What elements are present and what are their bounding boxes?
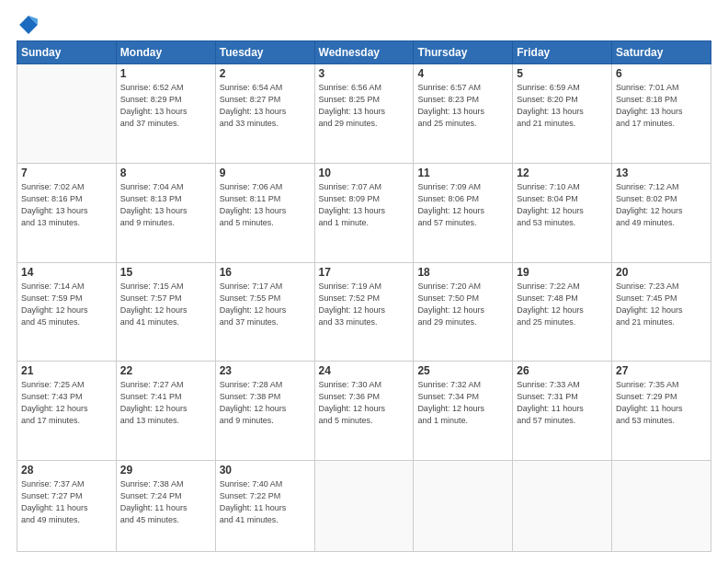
- calendar-cell: [513, 461, 612, 552]
- day-info: Sunrise: 7:22 AMSunset: 7:48 PMDaylight:…: [517, 281, 608, 328]
- day-info: Sunrise: 7:09 AMSunset: 8:06 PMDaylight:…: [417, 181, 508, 229]
- day-info: Sunrise: 7:02 AMSunset: 8:16 PMDaylight:…: [21, 181, 112, 229]
- day-number: 24: [319, 364, 410, 377]
- calendar-cell: 4Sunrise: 6:57 AMSunset: 8:23 PMDaylight…: [414, 64, 513, 164]
- calendar-week-4: 21Sunrise: 7:25 AMSunset: 7:43 PMDayligh…: [17, 362, 711, 461]
- calendar-cell: 29Sunrise: 7:38 AMSunset: 7:24 PMDayligh…: [116, 461, 215, 552]
- calendar-cell: 21Sunrise: 7:25 AMSunset: 7:43 PMDayligh…: [17, 362, 117, 461]
- day-number: 26: [517, 364, 608, 377]
- logo: [17, 15, 39, 35]
- day-info: Sunrise: 6:56 AMSunset: 8:25 PMDaylight:…: [319, 82, 410, 130]
- day-number: 29: [120, 464, 211, 477]
- calendar-cell: 5Sunrise: 6:59 AMSunset: 8:20 PMDaylight…: [513, 64, 612, 164]
- calendar-cell: 8Sunrise: 7:04 AMSunset: 8:13 PMDaylight…: [116, 163, 215, 262]
- day-number: 23: [220, 364, 311, 377]
- day-number: 7: [21, 167, 112, 179]
- calendar-cell: 28Sunrise: 7:37 AMSunset: 7:27 PMDayligh…: [17, 461, 117, 552]
- calendar-cell: 1Sunrise: 6:52 AMSunset: 8:29 PMDaylight…: [116, 64, 215, 164]
- calendar-week-3: 14Sunrise: 7:14 AMSunset: 7:59 PMDayligh…: [17, 262, 711, 362]
- day-number: 18: [417, 266, 508, 279]
- calendar-cell: 12Sunrise: 7:10 AMSunset: 8:04 PMDayligh…: [513, 163, 612, 262]
- calendar-table: SundayMondayTuesdayWednesdayThursdayFrid…: [17, 40, 711, 552]
- day-info: Sunrise: 7:04 AMSunset: 8:13 PMDaylight:…: [120, 181, 211, 229]
- calendar-cell: 11Sunrise: 7:09 AMSunset: 8:06 PMDayligh…: [414, 163, 513, 262]
- page-header: [17, 15, 711, 35]
- day-number: 2: [220, 67, 311, 80]
- calendar-col-monday: Monday: [116, 41, 215, 64]
- day-number: 11: [417, 167, 508, 179]
- day-number: 19: [517, 266, 608, 279]
- day-info: Sunrise: 7:40 AMSunset: 7:22 PMDaylight:…: [220, 478, 311, 526]
- day-info: Sunrise: 7:30 AMSunset: 7:36 PMDaylight:…: [319, 379, 410, 427]
- calendar-cell: 2Sunrise: 6:54 AMSunset: 8:27 PMDaylight…: [215, 64, 314, 164]
- logo-icon: [18, 15, 39, 35]
- day-number: 10: [319, 167, 410, 179]
- calendar-cell: 30Sunrise: 7:40 AMSunset: 7:22 PMDayligh…: [215, 461, 314, 552]
- calendar-cell: 6Sunrise: 7:01 AMSunset: 8:18 PMDaylight…: [612, 64, 711, 164]
- day-number: 28: [21, 464, 112, 477]
- day-info: Sunrise: 7:14 AMSunset: 7:59 PMDaylight:…: [21, 281, 112, 328]
- day-info: Sunrise: 7:25 AMSunset: 7:43 PMDaylight:…: [21, 379, 112, 427]
- day-info: Sunrise: 6:59 AMSunset: 8:20 PMDaylight:…: [517, 82, 608, 130]
- calendar-cell: 16Sunrise: 7:17 AMSunset: 7:55 PMDayligh…: [215, 262, 314, 362]
- calendar-cell: 14Sunrise: 7:14 AMSunset: 7:59 PMDayligh…: [17, 262, 117, 362]
- calendar-cell: 13Sunrise: 7:12 AMSunset: 8:02 PMDayligh…: [612, 163, 711, 262]
- day-info: Sunrise: 7:19 AMSunset: 7:52 PMDaylight:…: [319, 281, 410, 328]
- calendar-cell: 10Sunrise: 7:07 AMSunset: 8:09 PMDayligh…: [314, 163, 414, 262]
- calendar-cell: 24Sunrise: 7:30 AMSunset: 7:36 PMDayligh…: [314, 362, 414, 461]
- calendar-cell: 22Sunrise: 7:27 AMSunset: 7:41 PMDayligh…: [116, 362, 215, 461]
- calendar-cell: [17, 64, 117, 164]
- calendar-cell: 7Sunrise: 7:02 AMSunset: 8:16 PMDaylight…: [17, 163, 117, 262]
- calendar-cell: 20Sunrise: 7:23 AMSunset: 7:45 PMDayligh…: [612, 262, 711, 362]
- day-info: Sunrise: 7:27 AMSunset: 7:41 PMDaylight:…: [120, 379, 211, 427]
- calendar-cell: 15Sunrise: 7:15 AMSunset: 7:57 PMDayligh…: [116, 262, 215, 362]
- day-info: Sunrise: 7:38 AMSunset: 7:24 PMDaylight:…: [120, 478, 211, 526]
- calendar-cell: 19Sunrise: 7:22 AMSunset: 7:48 PMDayligh…: [513, 262, 612, 362]
- day-info: Sunrise: 7:35 AMSunset: 7:29 PMDaylight:…: [616, 379, 707, 427]
- calendar-cell: 27Sunrise: 7:35 AMSunset: 7:29 PMDayligh…: [612, 362, 711, 461]
- day-number: 5: [517, 67, 608, 80]
- calendar-cell: 18Sunrise: 7:20 AMSunset: 7:50 PMDayligh…: [414, 262, 513, 362]
- day-number: 21: [21, 364, 112, 377]
- day-number: 14: [21, 266, 112, 279]
- calendar-col-friday: Friday: [513, 41, 612, 64]
- calendar-col-sunday: Sunday: [17, 41, 117, 64]
- day-info: Sunrise: 7:15 AMSunset: 7:57 PMDaylight:…: [120, 281, 211, 328]
- day-number: 15: [120, 266, 211, 279]
- calendar-week-5: 28Sunrise: 7:37 AMSunset: 7:27 PMDayligh…: [17, 461, 711, 552]
- day-number: 1: [120, 67, 211, 80]
- calendar-cell: 3Sunrise: 6:56 AMSunset: 8:25 PMDaylight…: [314, 64, 414, 164]
- day-info: Sunrise: 7:28 AMSunset: 7:38 PMDaylight:…: [220, 379, 311, 427]
- calendar-header-row: SundayMondayTuesdayWednesdayThursdayFrid…: [17, 41, 711, 64]
- day-number: 3: [319, 67, 410, 80]
- day-info: Sunrise: 7:20 AMSunset: 7:50 PMDaylight:…: [417, 281, 508, 328]
- day-info: Sunrise: 6:52 AMSunset: 8:29 PMDaylight:…: [120, 82, 211, 130]
- calendar-col-thursday: Thursday: [414, 41, 513, 64]
- day-info: Sunrise: 6:57 AMSunset: 8:23 PMDaylight:…: [417, 82, 508, 130]
- calendar-week-1: 1Sunrise: 6:52 AMSunset: 8:29 PMDaylight…: [17, 64, 711, 164]
- calendar-cell: 23Sunrise: 7:28 AMSunset: 7:38 PMDayligh…: [215, 362, 314, 461]
- day-number: 17: [319, 266, 410, 279]
- calendar-cell: 25Sunrise: 7:32 AMSunset: 7:34 PMDayligh…: [414, 362, 513, 461]
- calendar-col-wednesday: Wednesday: [314, 41, 414, 64]
- day-number: 30: [220, 464, 311, 477]
- day-info: Sunrise: 7:17 AMSunset: 7:55 PMDaylight:…: [220, 281, 311, 328]
- day-info: Sunrise: 7:06 AMSunset: 8:11 PMDaylight:…: [220, 181, 311, 229]
- day-info: Sunrise: 7:10 AMSunset: 8:04 PMDaylight:…: [517, 181, 608, 229]
- calendar-cell: 9Sunrise: 7:06 AMSunset: 8:11 PMDaylight…: [215, 163, 314, 262]
- day-info: Sunrise: 7:33 AMSunset: 7:31 PMDaylight:…: [517, 379, 608, 427]
- day-number: 20: [616, 266, 707, 279]
- day-info: Sunrise: 7:37 AMSunset: 7:27 PMDaylight:…: [21, 478, 112, 526]
- day-number: 6: [616, 67, 707, 80]
- calendar-col-tuesday: Tuesday: [215, 41, 314, 64]
- calendar-cell: [414, 461, 513, 552]
- day-number: 12: [517, 167, 608, 179]
- day-info: Sunrise: 7:12 AMSunset: 8:02 PMDaylight:…: [616, 181, 707, 229]
- day-number: 4: [417, 67, 508, 80]
- day-info: Sunrise: 7:32 AMSunset: 7:34 PMDaylight:…: [417, 379, 508, 427]
- calendar-cell: [612, 461, 711, 552]
- day-number: 8: [120, 167, 211, 179]
- calendar-week-2: 7Sunrise: 7:02 AMSunset: 8:16 PMDaylight…: [17, 163, 711, 262]
- calendar-cell: 17Sunrise: 7:19 AMSunset: 7:52 PMDayligh…: [314, 262, 414, 362]
- day-number: 16: [220, 266, 311, 279]
